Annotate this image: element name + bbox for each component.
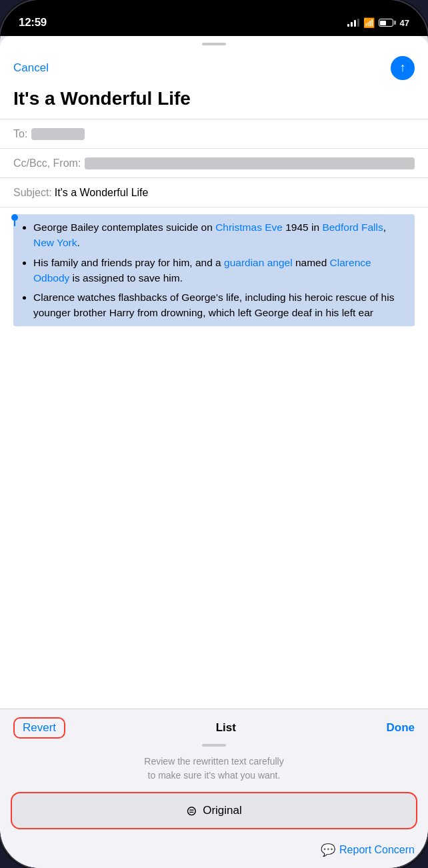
bullet2-text-mid: named xyxy=(293,257,330,268)
bullet1-link-christmas: Christmas Eve xyxy=(215,222,283,233)
signal-bars-icon xyxy=(347,19,359,27)
original-label: Original xyxy=(203,804,242,817)
review-text: Review the rewritten text carefully to m… xyxy=(0,752,428,792)
sheet-backdrop: Cancel ↑ It's a Wonderful Life To: Cc/Bc… xyxy=(0,36,428,868)
list-label: List xyxy=(216,721,236,735)
email-title: It's a Wonderful Life xyxy=(0,88,428,119)
battery-body xyxy=(379,19,393,27)
bullet1-link-newyork: New York xyxy=(33,237,77,248)
signal-bar-3 xyxy=(354,20,356,27)
bullet2-text-pre: His family and friends pray for him, and… xyxy=(33,257,224,268)
bottom-panel: Revert List Done Review the rewritten te… xyxy=(0,709,428,868)
subject-field[interactable]: Subject: It's a Wonderful Life xyxy=(0,177,428,207)
bullet2-text-post: is assigned to save him. xyxy=(69,272,183,284)
email-compose: Cancel ↑ It's a Wonderful Life To: Cc/Bc… xyxy=(0,36,428,868)
handle-line xyxy=(14,221,15,226)
signal-bar-1 xyxy=(347,24,349,27)
cc-field[interactable]: Cc/Bcc, From: xyxy=(0,148,428,177)
to-field[interactable]: To: xyxy=(0,119,428,148)
selected-text-block: George Bailey contemplates suicide on Ch… xyxy=(13,214,415,326)
revert-button[interactable]: Revert xyxy=(13,717,65,739)
bullet1-link-bedford: Bedford Falls xyxy=(322,222,383,233)
bullet-item-3: Clarence watches flashbacks of George's … xyxy=(33,290,407,321)
bullet2-link-angel: guardian angel xyxy=(224,257,293,268)
original-button[interactable]: ⊜ Original xyxy=(11,792,417,829)
send-arrow-icon: ↑ xyxy=(400,61,406,73)
bullet1-text-pre: George Bailey contemplates suicide on xyxy=(33,222,215,233)
bullet1-comma: , xyxy=(383,222,386,233)
bullet1-period: . xyxy=(77,237,79,248)
done-button[interactable]: Done xyxy=(387,721,415,735)
report-concern-button[interactable]: Report Concern xyxy=(339,844,415,856)
scroll-indicator xyxy=(202,744,226,747)
report-row: 💬 Report Concern xyxy=(0,837,428,868)
selection-handle-start xyxy=(11,214,19,226)
phone-screen: 12:59 📶 xyxy=(0,0,428,868)
email-body[interactable]: George Bailey contemplates suicide on Ch… xyxy=(0,207,428,709)
review-line2: to make sure it's what you want. xyxy=(148,770,281,781)
status-icons: 📶 47 xyxy=(347,17,409,28)
wifi-icon: 📶 xyxy=(363,17,375,28)
battery-icon xyxy=(379,19,396,27)
bullet-item-1: George Bailey contemplates suicide on Ch… xyxy=(33,220,407,251)
bullet-list: George Bailey contemplates suicide on Ch… xyxy=(21,220,407,321)
cc-label: Cc/Bcc, From: xyxy=(13,157,81,169)
subject-label: Subject: xyxy=(13,187,52,199)
phone-frame: 12:59 📶 xyxy=(0,0,428,868)
to-value-blurred xyxy=(31,128,85,140)
signal-bar-4 xyxy=(357,19,359,27)
handle-dot xyxy=(11,214,18,221)
status-time: 12:59 xyxy=(19,16,47,29)
original-icon: ⊜ xyxy=(186,803,197,819)
battery-percentage: 47 xyxy=(400,18,409,28)
status-bar: 12:59 📶 xyxy=(0,0,428,36)
send-button[interactable]: ↑ xyxy=(391,56,415,80)
battery-fill xyxy=(380,21,386,25)
bullet-item-2: His family and friends pray for him, and… xyxy=(33,255,407,286)
review-line1: Review the rewritten text carefully xyxy=(144,756,283,767)
to-label: To: xyxy=(13,128,27,140)
sheet-handle xyxy=(202,43,226,45)
cc-value-blurred xyxy=(85,157,415,169)
report-concern-icon: 💬 xyxy=(321,843,335,857)
cancel-button[interactable]: Cancel xyxy=(13,61,49,75)
battery-tip xyxy=(394,21,396,25)
compose-header: Cancel ↑ xyxy=(0,51,428,88)
subject-value: It's a Wonderful Life xyxy=(55,187,149,199)
dynamic-island xyxy=(174,7,254,29)
rewrite-toolbar: Revert List Done xyxy=(0,709,428,744)
signal-bar-2 xyxy=(351,22,353,27)
bullet3-text: Clarence watches flashbacks of George's … xyxy=(33,292,394,318)
bullet1-text-mid: 1945 in xyxy=(283,222,322,233)
